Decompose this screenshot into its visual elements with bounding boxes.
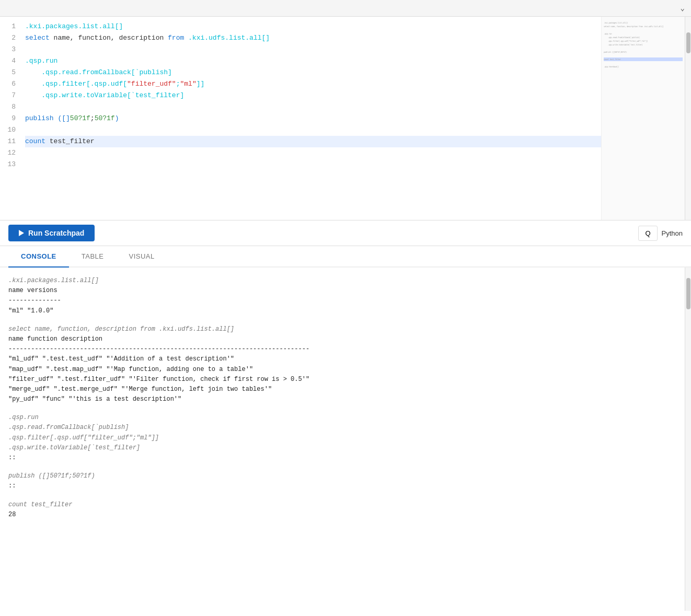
console-output-line: -------------- [8,296,676,306]
line-number: 11 [0,136,16,147]
console-query: .qsp.run [8,413,676,423]
toolbar-right: Q Python [638,226,683,241]
code-line[interactable]: .kxi.packages.list.all[] [25,21,601,32]
console-query: select name, function, description from … [8,324,676,334]
minimap-line [604,54,683,57]
chevron-down-icon[interactable]: ⌄ [681,4,685,13]
console-output-line: name versions [8,286,676,296]
minimap-line: publish ([]50?1f;50?1f) [604,50,683,54]
line-number: 6 [0,78,16,90]
console-query: publish ([]50?1f;50?1f) [8,471,676,481]
console-block: publish ([]50?1f;50?1f):: [8,471,676,491]
console-query: .kxi.packages.list.all[] [8,276,676,286]
line-number: 5 [0,67,16,78]
line-number: 10 [0,124,16,136]
editor-scrollbar[interactable] [685,17,691,220]
code-line[interactable]: .qsp.run [25,55,601,67]
line-number: 3 [0,44,16,55]
editor-container: 12345678910111213 .kxi.packages.list.all… [0,17,691,220]
tabs-bar: CONSOLETABLEVISUAL [0,246,691,268]
console-output: .kxi.packages.list.all[]name versions---… [0,268,685,611]
console-scrollbar[interactable] [685,268,691,611]
minimap-line: .qsp.teardown[] [604,65,683,68]
top-bar: ⌄ [0,0,691,17]
minimap-line: select name, function, description from … [604,25,683,28]
console-output-line: name function description [8,334,676,344]
line-number: 1 [0,21,16,32]
console-output-line: 28 [8,510,676,520]
line-number: 8 [0,101,16,113]
console-output-line: "py_udf" "func" "'this is a test descrip… [8,394,676,404]
tab-console[interactable]: CONSOLE [8,246,69,268]
console-output-line: :: [8,453,676,463]
console-output-line: "ml" "1.0.0" [8,306,676,316]
console-block: select name, function, description from … [8,324,676,405]
tab-table[interactable]: TABLE [69,246,117,268]
code-line[interactable]: .qsp.filter[.qsp.udf["filter_udf";"ml"]] [25,78,601,90]
code-line[interactable] [25,147,601,159]
line-numbers: 12345678910111213 [0,17,21,220]
code-line[interactable]: .qsp.read.fromCallback[`publish] [25,67,601,78]
run-button-label: Run Scratchpad [28,229,84,237]
console-output-line: "merge_udf" ".test.merge_udf" "'Merge fu… [8,385,676,394]
line-number: 12 [0,147,16,159]
minimap-line: .qsp.filter[.qsp.udf["filter_udf";"ml"]] [604,39,683,43]
minimap-line: .qsp.read.fromCallback[`publish] [604,36,683,39]
console-output-line: "ml_udf" ".test.test_udf" "'Addition of … [8,354,676,364]
code-editor[interactable]: .kxi.packages.list.all[]select name, fun… [21,17,601,220]
console-block: count test_filter28 [8,500,676,520]
q-button[interactable]: Q [638,226,657,241]
play-icon [19,230,24,236]
code-line[interactable]: count test_filter [25,136,601,147]
code-line[interactable]: publish ([]50?1f;50?1f) [25,113,601,124]
minimap-line: .qsp.run [604,32,683,36]
console-query: .qsp.read.fromCallback[`publish] [8,423,676,433]
console-query: count test_filter [8,500,676,510]
line-number: 13 [0,159,16,170]
line-number: 2 [0,32,16,44]
console-output-line: ----------------------------------------… [8,344,676,354]
run-scratchpad-button[interactable]: Run Scratchpad [8,225,95,241]
minimap-line [604,61,683,65]
line-number: 9 [0,113,16,124]
editor-scrollbar-thumb[interactable] [686,32,690,53]
console-query: .qsp.filter[.qsp.udf["filter_udf";"ml"]] [8,433,676,443]
line-number: 4 [0,55,16,67]
console-query: .qsp.write.toVariable[`test_filter] [8,443,676,453]
code-line[interactable] [25,101,601,113]
minimap-line: count test_filter [604,57,683,61]
code-line[interactable] [25,44,601,55]
console-container: .kxi.packages.list.all[]name versions---… [0,268,691,611]
code-line[interactable]: select name, function, description from … [25,32,601,44]
console-output-line: "map_udf" ".test.map_udf" "'Map function… [8,365,676,375]
code-line[interactable] [25,124,601,136]
console-output-line: :: [8,481,676,491]
minimap-line: .kxi.packages.list.all[] [604,21,683,25]
console-output-line: "filter_udf" ".test.filter_udf" "'Filter… [8,375,676,385]
minimap-line [604,47,683,50]
code-line[interactable]: .qsp.write.toVariable[`test_filter] [25,90,601,101]
minimap-line [604,28,683,32]
console-block: .kxi.packages.list.all[]name versions---… [8,276,676,316]
minimap-line: .qsp.write.toVariable[`test_filter] [604,43,683,47]
line-number: 7 [0,90,16,101]
console-scrollbar-thumb[interactable] [686,278,690,309]
minimap: .kxi.packages.list.all[]select name, fun… [601,17,685,220]
language-label: Python [662,229,683,237]
run-bar: Run Scratchpad Q Python [0,220,691,246]
console-block: .qsp.run .qsp.read.fromCallback[`publish… [8,413,676,463]
code-line[interactable] [25,159,601,170]
tab-visual[interactable]: VISUAL [117,246,167,268]
